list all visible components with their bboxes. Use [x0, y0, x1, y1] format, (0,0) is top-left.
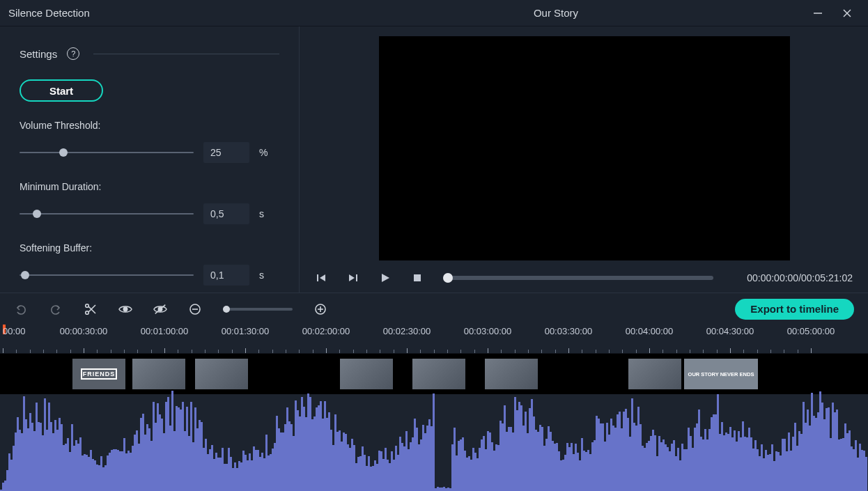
clip-thumb[interactable]: OUR STORY NEVER ENDS — [684, 359, 758, 389]
volume-threshold-slider[interactable] — [20, 146, 194, 159]
clip-thumb[interactable] — [412, 359, 465, 389]
settings-panel: Settings ? Start Volume Threshold: % Min… — [0, 26, 300, 293]
minimum-duration-unit: s — [259, 208, 273, 219]
softening-buffer-label: Softening Buffer: — [20, 242, 279, 254]
clip-thumb[interactable] — [195, 359, 248, 389]
timeline-toolbar: Export to timeline — [0, 293, 868, 325]
svg-rect-8 — [414, 274, 421, 281]
clip-gap — [248, 359, 340, 389]
start-button[interactable]: Start — [20, 79, 103, 102]
volume-threshold-input[interactable] — [203, 142, 249, 163]
minimum-duration-slider[interactable] — [20, 208, 194, 220]
softening-buffer-slider[interactable] — [20, 269, 194, 281]
clip-thumb[interactable]: FRIENDS — [72, 359, 125, 389]
prev-frame-button[interactable] — [315, 272, 327, 284]
close-button[interactable] — [842, 8, 853, 19]
redo-button[interactable] — [49, 302, 63, 316]
svg-rect-3 — [317, 274, 318, 281]
playback-progress[interactable] — [443, 276, 713, 280]
svg-line-11 — [88, 306, 95, 313]
ruler-label: 00:04:30:00 — [706, 326, 754, 336]
waveform-lane[interactable] — [0, 398, 868, 491]
svg-marker-7 — [382, 274, 389, 282]
clip-lane[interactable]: FRIENDSOUR STORY NEVER ENDS — [0, 354, 868, 394]
ruler-label: 00:00:30:00 — [60, 326, 108, 336]
ruler-label: 00:00 — [3, 326, 26, 336]
preview-panel: 00:00:00:00/00:05:21:02 — [300, 26, 868, 293]
export-to-timeline-button[interactable]: Export to timeline — [735, 299, 854, 320]
zoom-out-button[interactable] — [188, 302, 202, 316]
timeline-ruler[interactable]: 00:0000:00:30:0000:01:00:0000:01:30:0000… — [0, 325, 868, 354]
mark-visible-icon[interactable] — [118, 302, 132, 316]
svg-point-13 — [123, 307, 127, 311]
scissors-icon[interactable] — [84, 302, 98, 316]
softening-buffer-unit: s — [259, 270, 273, 281]
play-button[interactable] — [379, 272, 392, 284]
minimize-button[interactable] — [812, 8, 823, 19]
clip-thumb[interactable] — [340, 359, 393, 389]
clip-thumb[interactable] — [628, 359, 681, 389]
clip-gap — [538, 359, 628, 389]
minimum-duration-label: Minimum Duration: — [20, 181, 279, 192]
svg-rect-6 — [356, 274, 357, 281]
ruler-label: 00:02:30:00 — [383, 326, 431, 336]
ruler-label: 00:03:00:00 — [464, 326, 512, 336]
titlebar: Silence Detection Our Story — [0, 0, 868, 26]
playback-knob[interactable] — [443, 273, 453, 283]
ruler-label: 00:05:00:00 — [787, 326, 835, 336]
settings-header-label: Settings — [20, 48, 57, 60]
zoom-in-button[interactable] — [313, 302, 327, 316]
volume-threshold-unit: % — [259, 147, 273, 158]
timecode: 00:00:00:00/00:05:21:02 — [747, 272, 853, 283]
ruler-label: 00:03:30:00 — [545, 326, 593, 336]
clip-gap — [125, 359, 132, 389]
zoom-slider[interactable] — [223, 308, 293, 311]
next-frame-button[interactable] — [347, 272, 359, 284]
volume-threshold-label: Volume Threshold: — [20, 120, 279, 131]
window-mode-title: Silence Detection — [0, 7, 300, 19]
clip-thumb[interactable] — [485, 359, 538, 389]
divider — [93, 54, 279, 54]
mark-hidden-icon[interactable] — [153, 302, 167, 316]
ruler-label: 00:01:30:00 — [222, 326, 270, 336]
clip-gap — [465, 359, 485, 389]
clip-caption: OUR STORY NEVER ENDS — [684, 359, 758, 389]
clip-thumb[interactable] — [132, 359, 185, 389]
svg-marker-5 — [349, 274, 355, 281]
preview-screen — [379, 36, 790, 260]
svg-marker-4 — [320, 274, 325, 281]
ruler-label: 00:04:00:00 — [626, 326, 674, 336]
project-title: Our Story — [300, 7, 812, 19]
ruler-label: 00:02:00:00 — [302, 326, 350, 336]
clip-gap — [185, 359, 195, 389]
softening-buffer-input[interactable] — [203, 265, 249, 286]
clip-gap — [393, 359, 412, 389]
clip-caption: FRIENDS — [81, 368, 117, 380]
help-icon[interactable]: ? — [67, 47, 79, 60]
svg-line-12 — [88, 305, 95, 312]
stop-button[interactable] — [411, 272, 424, 284]
minimum-duration-input[interactable] — [203, 203, 249, 224]
ruler-label: 00:01:00:00 — [141, 326, 189, 336]
undo-button[interactable] — [14, 302, 28, 316]
